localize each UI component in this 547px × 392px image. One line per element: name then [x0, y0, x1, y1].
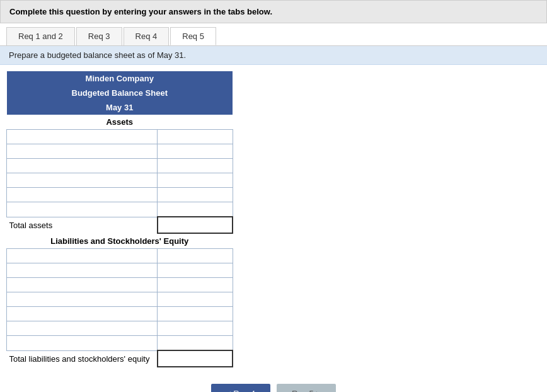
- company-name-row: Minden Company: [7, 71, 233, 86]
- asset-label-1[interactable]: [9, 131, 154, 142]
- asset-label-6[interactable]: [9, 204, 154, 216]
- asset-row-2: [7, 144, 233, 159]
- liab-section-row: Liabilities and Stockholders' Equity: [7, 233, 233, 249]
- liab-row-3: [7, 278, 233, 292]
- total-liab-input[interactable]: [161, 353, 230, 364]
- liab-value-1[interactable]: [160, 250, 230, 262]
- liab-label-5[interactable]: [9, 308, 154, 320]
- asset-row-5: [7, 188, 233, 202]
- liab-row-5: [7, 307, 233, 321]
- instruction-bar: Complete this question by entering your …: [0, 0, 547, 23]
- tab-req5[interactable]: Req 5: [170, 27, 216, 45]
- date-row: May 31: [7, 100, 233, 115]
- prev-button[interactable]: < Req 4: [211, 384, 270, 392]
- liab-label-6[interactable]: [9, 323, 154, 334]
- asset-row-6: [7, 202, 233, 217]
- balance-sheet-container: Minden Company Budgeted Balance Sheet Ma…: [0, 65, 239, 374]
- total-assets-input[interactable]: [161, 219, 230, 231]
- liab-row-6: [7, 321, 233, 336]
- asset-value-1[interactable]: [160, 131, 230, 142]
- liab-value-6[interactable]: [160, 323, 230, 334]
- asset-label-4[interactable]: [9, 175, 154, 186]
- liab-label-1[interactable]: [9, 250, 154, 262]
- asset-row-4: [7, 173, 233, 188]
- tab-req4[interactable]: Req 4: [124, 27, 170, 45]
- assets-label-row: Assets: [7, 115, 233, 130]
- liab-label-2[interactable]: [9, 265, 154, 276]
- tabs-row: Req 1 and 2 Req 3 Req 4 Req 5: [0, 23, 547, 46]
- tab-req1and2[interactable]: Req 1 and 2: [6, 27, 75, 45]
- asset-value-2[interactable]: [160, 146, 230, 157]
- liab-value-4[interactable]: [160, 294, 230, 305]
- asset-value-3[interactable]: [160, 160, 230, 171]
- liab-value-5[interactable]: [160, 308, 230, 320]
- asset-value-6[interactable]: [160, 204, 230, 215]
- liab-label-7[interactable]: [9, 337, 154, 349]
- asset-label-5[interactable]: [9, 189, 154, 200]
- liab-label-3[interactable]: [9, 279, 154, 291]
- balance-sheet-table: Minden Company Budgeted Balance Sheet Ma…: [6, 71, 233, 367]
- liab-label-4[interactable]: [9, 294, 154, 305]
- total-assets-row: Total assets: [7, 217, 233, 233]
- liab-row-7: [7, 336, 233, 351]
- liab-row-1: [7, 249, 233, 263]
- total-liab-row: Total liabilities and stockholders' equi…: [7, 350, 233, 367]
- liab-row-4: [7, 292, 233, 307]
- nav-buttons: < Req 4 Req 5 >: [0, 374, 547, 392]
- next-button[interactable]: Req 5 >: [277, 384, 336, 392]
- sub-instruction: Prepare a budgeted balance sheet as of M…: [0, 46, 547, 65]
- liab-value-2[interactable]: [160, 265, 230, 276]
- asset-value-4[interactable]: [160, 175, 230, 186]
- sheet-title-row: Budgeted Balance Sheet: [7, 86, 233, 100]
- liab-value-7[interactable]: [160, 337, 230, 349]
- liab-value-3[interactable]: [160, 279, 230, 291]
- asset-row-1: [7, 130, 233, 144]
- liab-row-2: [7, 263, 233, 278]
- asset-label-2[interactable]: [9, 146, 154, 157]
- asset-row-3: [7, 159, 233, 173]
- tab-req3[interactable]: Req 3: [76, 27, 122, 45]
- asset-label-3[interactable]: [9, 160, 154, 171]
- asset-value-5[interactable]: [160, 189, 230, 200]
